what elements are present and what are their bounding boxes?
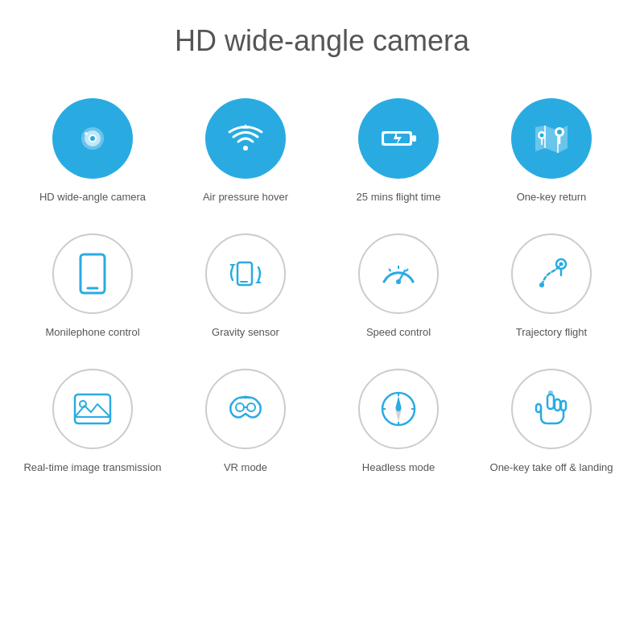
- svg-point-48: [548, 390, 553, 395]
- feature-label-vr-mode: VR mode: [224, 460, 267, 475]
- svg-point-12: [540, 134, 544, 138]
- feature-image-transmission: Real-time image transmission: [16, 361, 169, 488]
- hand-touch-icon: [533, 388, 570, 430]
- svg-point-34: [247, 403, 255, 411]
- svg-point-29: [559, 262, 564, 266]
- icon-circle-hd-camera: [52, 98, 133, 179]
- feature-label-headless-mode: Headless mode: [362, 460, 435, 475]
- features-grid: HD wide-angle camera Air pressure hover: [16, 90, 628, 489]
- feature-phone-control: Monilephone control: [16, 225, 169, 353]
- svg-rect-8: [412, 135, 416, 142]
- vr-icon: [225, 388, 266, 430]
- feature-label-speed-control: Speed control: [366, 325, 431, 340]
- svg-line-24: [389, 269, 391, 271]
- svg-rect-46: [561, 401, 566, 411]
- svg-point-14: [557, 130, 562, 134]
- page: HD wide-angle camera HD wide-angle camer…: [0, 0, 644, 644]
- icon-circle-air-pressure: [205, 98, 286, 179]
- feature-label-phone-control: Monilephone control: [45, 325, 139, 340]
- icon-circle-image-transmission: [52, 369, 133, 449]
- icon-circle-phone-control: [52, 233, 133, 314]
- feature-hd-camera: HD wide-angle camera: [16, 90, 169, 217]
- svg-point-5: [243, 146, 248, 151]
- battery-icon: [378, 118, 419, 159]
- svg-point-4: [85, 132, 88, 135]
- svg-rect-44: [547, 394, 554, 409]
- icon-circle-trajectory: [511, 233, 592, 314]
- phone-icon: [76, 253, 109, 295]
- feature-label-flight-time: 25 mins flight time: [357, 190, 441, 204]
- feature-label-image-transmission: Real-time image transmission: [23, 460, 161, 475]
- icon-circle-gravity-sensor: [205, 233, 286, 314]
- icon-circle-speed-control: [358, 233, 439, 314]
- feature-label-air-pressure: Air pressure hover: [203, 190, 288, 204]
- wifi-icon: [225, 118, 266, 159]
- svg-marker-19: [229, 264, 236, 267]
- icon-circle-one-key-return: [511, 98, 592, 179]
- gravity-icon: [225, 253, 266, 295]
- feature-trajectory: Trajectory flight: [475, 225, 628, 353]
- map-return-icon: [529, 116, 574, 161]
- feature-label-hd-camera: HD wide-angle camera: [39, 190, 146, 204]
- svg-point-33: [236, 403, 244, 411]
- page-title: HD wide-angle camera: [175, 24, 469, 58]
- feature-flight-time: 25 mins flight time: [322, 90, 475, 217]
- icon-circle-flight-time: [358, 98, 439, 179]
- svg-rect-45: [555, 399, 560, 411]
- feature-gravity-sensor: Gravity sensor: [169, 225, 322, 353]
- trajectory-icon: [530, 253, 572, 295]
- svg-point-30: [539, 283, 544, 287]
- image-icon: [72, 391, 114, 427]
- speedometer-icon: [378, 253, 419, 295]
- compass-icon: [378, 388, 419, 430]
- icon-circle-vr-mode: [205, 369, 286, 449]
- feature-headless-mode: Headless mode: [322, 361, 475, 488]
- camera-icon: [72, 118, 114, 159]
- feature-label-one-key-return: One-key return: [517, 190, 587, 204]
- feature-label-trajectory: Trajectory flight: [516, 325, 587, 340]
- icon-circle-headless-mode: [358, 369, 439, 449]
- svg-marker-20: [255, 280, 262, 283]
- svg-line-25: [407, 269, 409, 271]
- feature-one-key-return: One-key return: [475, 90, 628, 217]
- feature-label-takeoff-landing: One-key take off & landing: [490, 460, 613, 475]
- icon-circle-takeoff-landing: [511, 369, 592, 449]
- feature-air-pressure: Air pressure hover: [169, 90, 322, 217]
- svg-point-3: [90, 136, 95, 141]
- feature-takeoff-landing: One-key take off & landing: [475, 361, 628, 488]
- feature-vr-mode: VR mode: [169, 361, 322, 488]
- feature-label-gravity-sensor: Gravity sensor: [212, 325, 279, 340]
- svg-point-27: [396, 279, 401, 284]
- feature-speed-control: Speed control: [322, 225, 475, 353]
